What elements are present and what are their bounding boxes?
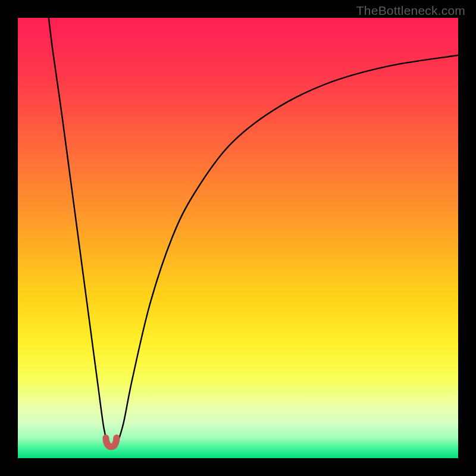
plot-area [18, 18, 458, 458]
chart-frame: TheBottleneck.com [0, 0, 476, 476]
dip-marker-icon [106, 438, 117, 447]
left-branch-curve [49, 18, 108, 445]
watermark-text: TheBottleneck.com [356, 4, 465, 18]
curve-layer [18, 18, 458, 458]
right-branch-curve [117, 55, 459, 445]
